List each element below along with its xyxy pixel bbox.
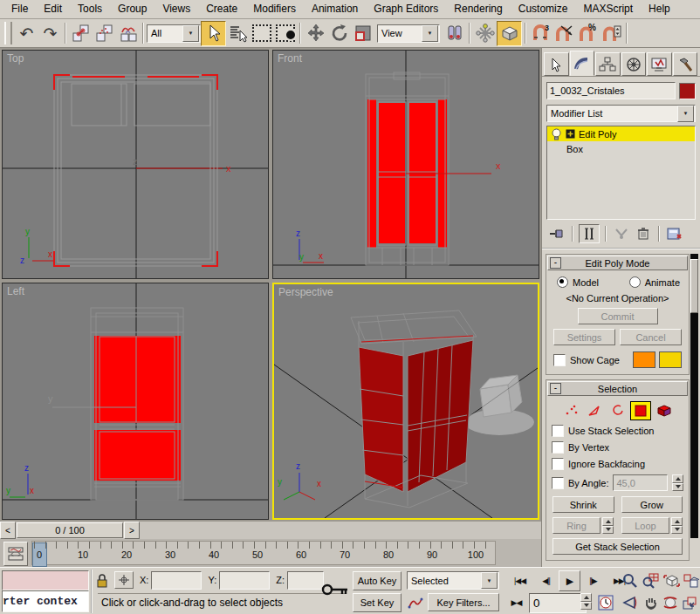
menu-graph-editors[interactable]: Graph Editors	[366, 0, 446, 18]
menu-create[interactable]: Create	[198, 0, 245, 18]
panel-scrollbar[interactable]	[690, 254, 698, 538]
zoom-button[interactable]	[620, 571, 640, 590]
chevron-down-icon[interactable]: ▼	[182, 25, 199, 42]
unlink-selection-button[interactable]	[93, 22, 116, 45]
by-angle-checkbox[interactable]	[552, 477, 564, 489]
key-mode-toggle-button[interactable]: ▶◀	[506, 593, 526, 612]
open-mini-curve-editor-button[interactable]	[3, 542, 28, 566]
subobject-edge-button[interactable]	[585, 402, 604, 420]
current-frame-input[interactable]	[529, 593, 587, 613]
undo-button[interactable]: ↶	[15, 22, 38, 45]
toolbar-drag-handle[interactable]	[4, 22, 12, 44]
viewport-top[interactable]: Top x z	[2, 50, 269, 279]
key-filters-button[interactable]: Key Filters...	[428, 593, 499, 611]
get-stack-selection-button[interactable]: Get Stack Selection	[552, 538, 683, 555]
tab-modify[interactable]	[570, 51, 595, 76]
subobject-polygon-button[interactable]	[630, 401, 651, 420]
modifier-list-dropdown[interactable]: Modifier List ▼	[546, 105, 696, 122]
chevron-down-icon[interactable]: ▼	[677, 106, 694, 122]
expand-plus-icon[interactable]	[566, 129, 575, 139]
snap-toggle-3d-button[interactable]: 3	[529, 22, 552, 45]
pin-stack-button[interactable]	[547, 225, 566, 242]
zoom-extents-all-button[interactable]	[681, 571, 700, 590]
pan-button[interactable]	[641, 593, 661, 612]
play-button[interactable]: ▶	[559, 570, 580, 591]
tab-hierarchy[interactable]	[595, 52, 621, 76]
viewport-left[interactable]: Left	[2, 283, 269, 520]
menu-file[interactable]: File	[3, 0, 36, 18]
set-keys-button[interactable]	[320, 575, 350, 604]
menu-group[interactable]: Group	[110, 0, 154, 18]
redo-button[interactable]: ↷	[38, 22, 62, 45]
loop-button[interactable]: Loop	[621, 517, 669, 534]
zoom-extents-button[interactable]	[662, 571, 682, 590]
select-and-manipulate-button[interactable]	[473, 22, 497, 45]
window-crossing-toggle-button[interactable]	[273, 22, 297, 45]
collapse-icon[interactable]: -	[550, 383, 561, 394]
ring-button[interactable]: Ring	[552, 517, 600, 534]
time-slider[interactable]: 0 / 100	[17, 522, 123, 538]
x-coord-input[interactable]	[151, 571, 202, 590]
viewport-perspective[interactable]: Perspective	[272, 283, 539, 520]
menu-views[interactable]: Views	[154, 0, 198, 18]
shrink-button[interactable]: Shrink	[552, 496, 614, 513]
stack-item-edit-poly[interactable]: Edit Poly	[547, 126, 695, 141]
time-configuration-button[interactable]	[595, 593, 615, 612]
go-to-start-button[interactable]: |◀◀	[510, 571, 530, 590]
stack-item-box[interactable]: Box	[547, 141, 695, 156]
arc-rotate-button[interactable]	[660, 593, 680, 612]
next-frame-arrow-button[interactable]: >	[124, 522, 140, 539]
commit-button[interactable]: Commit	[578, 308, 658, 324]
configure-modifier-sets-button[interactable]	[665, 225, 684, 242]
animate-radio[interactable]: Animate	[629, 276, 680, 288]
set-key-button[interactable]: Set Key	[353, 593, 401, 612]
tab-utilities[interactable]	[673, 52, 698, 76]
show-end-result-button[interactable]	[579, 224, 600, 243]
select-by-name-button[interactable]	[226, 22, 250, 45]
min-max-toggle-button[interactable]	[679, 593, 699, 612]
snaps-toggle-button[interactable]	[497, 21, 522, 46]
menu-tools[interactable]: Tools	[70, 0, 110, 18]
zoom-all-button[interactable]	[641, 571, 661, 590]
by-angle-field[interactable]: 45,0	[613, 474, 668, 491]
tab-motion[interactable]	[621, 52, 647, 76]
scrollbar-thumb[interactable]	[690, 259, 698, 313]
ring-spinner[interactable]	[602, 517, 614, 534]
rollout-selection-header[interactable]: - Selection	[547, 381, 688, 396]
selection-lock-icon[interactable]	[96, 573, 108, 588]
menu-modifiers[interactable]: Modifiers	[245, 0, 304, 18]
select-and-link-button[interactable]	[69, 22, 93, 45]
cancel-button[interactable]: Cancel	[620, 329, 682, 345]
cage-selected-color-swatch[interactable]	[659, 351, 682, 368]
subobject-vertex-button[interactable]	[562, 402, 581, 420]
tab-display[interactable]	[647, 52, 672, 76]
show-cage-checkbox[interactable]	[553, 354, 566, 366]
use-pivot-point-center-button[interactable]	[443, 22, 466, 45]
by-vertex-checkbox[interactable]	[552, 441, 564, 454]
collapse-icon[interactable]: -	[550, 257, 561, 269]
menu-edit[interactable]: Edit	[36, 0, 70, 18]
bind-to-spacewarp-button[interactable]	[116, 22, 140, 45]
rollout-edit-poly-mode-header[interactable]: - Edit Poly Mode	[547, 256, 688, 270]
angle-snap-toggle-button[interactable]	[552, 22, 576, 45]
by-angle-spinner[interactable]	[672, 474, 683, 491]
viewport-front[interactable]: Front	[272, 50, 539, 279]
rectangular-selection-region-button[interactable]	[250, 22, 273, 45]
settings-button[interactable]: Settings	[553, 329, 615, 345]
object-color-swatch[interactable]	[679, 83, 696, 99]
select-object-button[interactable]	[201, 21, 226, 46]
cage-color-swatch[interactable]	[633, 351, 655, 368]
select-and-rotate-button[interactable]	[327, 22, 351, 45]
absolute-mode-toggle-button[interactable]	[114, 571, 134, 589]
select-and-move-button[interactable]	[304, 22, 327, 45]
object-name-field[interactable]: 1_0032_Cristales	[546, 82, 676, 99]
visibility-bulb-icon[interactable]	[551, 128, 562, 140]
y-coord-input[interactable]	[219, 571, 270, 590]
auto-key-button[interactable]: Auto Key	[353, 571, 401, 590]
menu-animation[interactable]: Animation	[304, 0, 366, 18]
timeline-ruler[interactable]: 0 10 20 30 40 50 60 70 80 90 100	[31, 541, 496, 565]
field-of-view-button[interactable]	[620, 593, 640, 612]
menu-maxscript[interactable]: MAXScript	[575, 0, 641, 18]
use-stack-selection-checkbox[interactable]	[552, 425, 564, 437]
frame-spinner[interactable]	[580, 593, 592, 610]
